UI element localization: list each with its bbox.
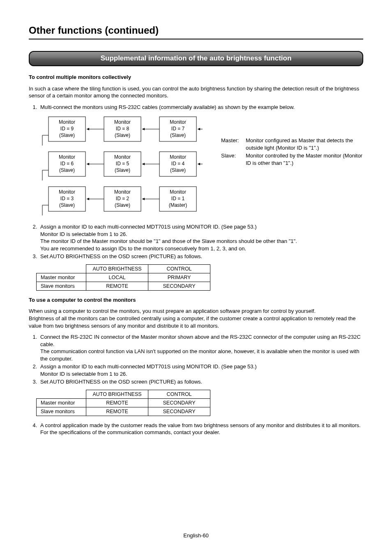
sec1-step2c: The monitor ID of the Master monitor sho… xyxy=(40,238,297,244)
svg-text:ID = 3: ID = 3 xyxy=(60,196,74,201)
svg-text:Monitor: Monitor xyxy=(59,154,75,160)
svg-text:(Slave): (Slave) xyxy=(59,167,75,173)
svg-text:ID = 6: ID = 6 xyxy=(60,161,74,166)
svg-text:(Slave): (Slave) xyxy=(115,167,130,173)
monitor-diagram: Monitor ID = 9 (Slave) Monitor ID = 8 (S… xyxy=(36,115,205,217)
table1: AUTO BRIGHTNESS CONTROL Master monitor L… xyxy=(36,264,210,291)
svg-text:(Slave): (Slave) xyxy=(170,132,186,138)
page-title: Other functions (continued) xyxy=(29,25,363,36)
table2-h2: CONTROL xyxy=(148,390,210,398)
sec2-step2a: Assign a monitor ID to each multi-connec… xyxy=(40,363,257,370)
svg-text:(Slave): (Slave) xyxy=(170,167,186,173)
legend-master-label: Master: xyxy=(221,137,246,151)
svg-text:(Slave): (Slave) xyxy=(115,132,130,138)
sec2-step1a: Connect the RS-232C IN connector of the … xyxy=(40,334,361,347)
svg-text:ID = 5: ID = 5 xyxy=(116,161,129,166)
sec2-heading: To use a computer to control the monitor… xyxy=(29,296,363,304)
sec1-step2b: Monitor ID is selectable from 1 to 26. xyxy=(40,231,127,237)
svg-text:ID = 4: ID = 4 xyxy=(171,161,185,166)
sec2-p2: Brightness of all the monitors can be co… xyxy=(29,315,363,329)
svg-text:ID = 2: ID = 2 xyxy=(116,196,129,201)
table1-r1: Master monitor xyxy=(37,273,86,282)
sec1-step1: Multi-connect the monitors using RS-232C… xyxy=(39,104,363,111)
sec2-list: Connect the RS-232C IN connector of the … xyxy=(29,333,363,386)
sec2-p1: When using a computer to control the mon… xyxy=(29,308,363,315)
table1-r2c1: REMOTE xyxy=(86,282,148,290)
sec1-list-cont: Assign a monitor ID to each multi-connec… xyxy=(29,223,363,260)
sec1-list: Multi-connect the monitors using RS-232C… xyxy=(29,104,363,111)
svg-text:ID = 1: ID = 1 xyxy=(171,196,185,201)
svg-text:Monitor: Monitor xyxy=(59,189,75,195)
svg-text:(Slave): (Slave) xyxy=(59,202,75,208)
sec1-step3: Set AUTO BRIGHTNESS on the OSD screen (P… xyxy=(39,253,363,260)
sec1-intro: In such a case where the tiling function… xyxy=(29,85,363,99)
sec1-step2: Assign a monitor ID to each multi-connec… xyxy=(39,223,363,252)
sec2-step1b: The communication control function via L… xyxy=(40,348,359,362)
svg-text:(Slave): (Slave) xyxy=(115,202,130,208)
legend-slave-label: Slave: xyxy=(221,152,246,166)
table1-h2: CONTROL xyxy=(148,264,210,273)
sec1-step2d: You are recommended to assign IDs to the… xyxy=(40,245,246,252)
svg-text:Monitor: Monitor xyxy=(114,119,131,125)
table2-h1: AUTO BRIGHTNESS xyxy=(86,390,148,398)
legend: Master: Monitor configured as Master tha… xyxy=(221,137,363,167)
svg-text:ID = 9: ID = 9 xyxy=(60,126,74,132)
table1-r2: Slave monitors xyxy=(37,282,86,290)
sec2-list-cont: A control application made by the custom… xyxy=(29,422,363,436)
svg-text:(Master): (Master) xyxy=(169,202,187,208)
title-rule xyxy=(29,39,363,39)
section-banner: Supplemental information of the auto bri… xyxy=(29,51,363,66)
table1-h1: AUTO BRIGHTNESS xyxy=(86,264,148,273)
svg-text:Monitor: Monitor xyxy=(170,119,186,125)
table2-r1c2: SECONDARY xyxy=(148,398,210,407)
page-number: English-60 xyxy=(0,532,392,539)
sec2-step4: A control application made by the custom… xyxy=(39,422,363,436)
svg-text:Monitor: Monitor xyxy=(170,154,186,160)
sec2-step1: Connect the RS-232C IN connector of the … xyxy=(39,333,363,362)
svg-text:(Slave): (Slave) xyxy=(59,132,75,138)
table2-r2: Slave monitors xyxy=(37,407,86,416)
table1-r2c2: SECONDARY xyxy=(148,282,210,290)
sec1-heading: To control multiple monitors collectivel… xyxy=(29,74,363,81)
table1-r1c2: PRIMARY xyxy=(148,273,210,282)
table2-r1c1: REMOTE xyxy=(86,398,148,407)
svg-text:Monitor: Monitor xyxy=(114,189,131,195)
table2-r1: Master monitor xyxy=(37,398,86,407)
sec2-step3: Set AUTO BRIGHTNESS on the OSD screen (P… xyxy=(39,378,363,386)
svg-text:ID = 8: ID = 8 xyxy=(116,126,129,132)
legend-master-text: Monitor configured as Master that detect… xyxy=(246,137,363,151)
svg-text:ID = 7: ID = 7 xyxy=(171,126,185,132)
legend-slave-text: Monitor controlled by the Master monitor… xyxy=(246,152,363,166)
sec2-step2: Assign a monitor ID to each multi-connec… xyxy=(39,363,363,377)
sec1-step2a: Assign a monitor ID to each multi-connec… xyxy=(40,224,257,230)
table2-r2c1: REMOTE xyxy=(86,407,148,416)
table2: AUTO BRIGHTNESS CONTROL Master monitor R… xyxy=(36,390,210,416)
svg-text:Monitor: Monitor xyxy=(114,154,131,160)
svg-text:Monitor: Monitor xyxy=(170,189,186,195)
sec2-step2b: Monitor ID is selectable from 1 to 26. xyxy=(40,371,127,377)
svg-text:Monitor: Monitor xyxy=(59,119,75,125)
table2-r2c2: SECONDARY xyxy=(148,407,210,416)
table1-r1c1: LOCAL xyxy=(86,273,148,282)
